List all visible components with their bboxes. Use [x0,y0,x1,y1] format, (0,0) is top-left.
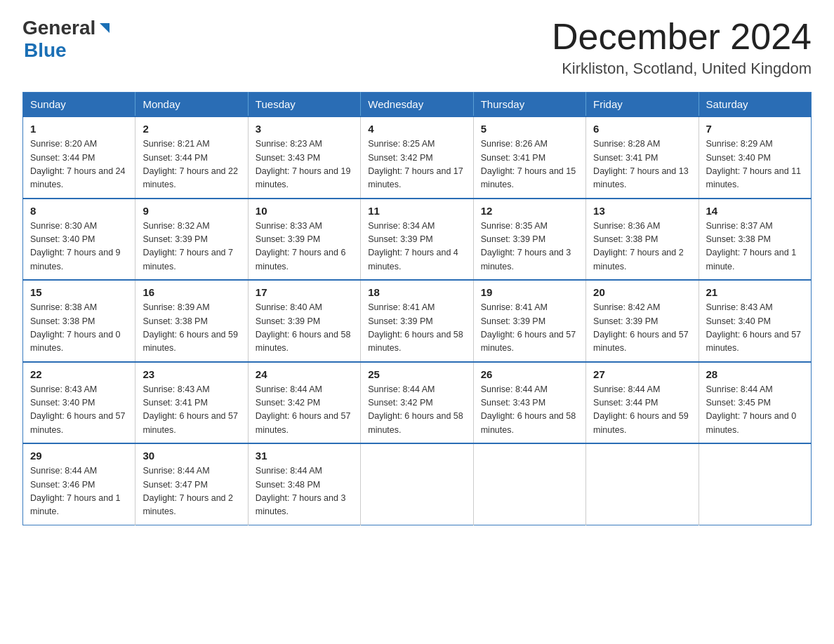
day-number: 22 [30,368,128,380]
day-info: Sunrise: 8:32 AMSunset: 3:39 PMDaylight:… [143,220,240,274]
day-number: 18 [368,286,465,298]
month-title: December 2024 [552,17,812,57]
day-number: 7 [706,123,804,135]
day-info: Sunrise: 8:40 AMSunset: 3:39 PMDaylight:… [256,301,353,356]
day-number: 3 [256,123,353,135]
table-row: 9Sunrise: 8:32 AMSunset: 3:39 PMDaylight… [135,199,248,281]
day-number: 10 [256,205,353,217]
day-info: Sunrise: 8:37 AMSunset: 3:38 PMDaylight:… [706,220,804,274]
day-info: Sunrise: 8:43 AMSunset: 3:41 PMDaylight:… [143,383,240,438]
day-info: Sunrise: 8:43 AMSunset: 3:40 PMDaylight:… [30,383,128,438]
table-row: 27Sunrise: 8:44 AMSunset: 3:44 PMDayligh… [586,362,699,444]
day-info: Sunrise: 8:42 AMSunset: 3:39 PMDaylight:… [593,301,691,356]
day-info: Sunrise: 8:44 AMSunset: 3:46 PMDaylight:… [30,464,128,519]
table-row: 18Sunrise: 8:41 AMSunset: 3:39 PMDayligh… [361,280,473,362]
logo-general-text: General [22,17,95,39]
calendar-row: 22Sunrise: 8:43 AMSunset: 3:40 PMDayligh… [23,362,812,444]
day-number: 31 [256,450,353,462]
table-row: 13Sunrise: 8:36 AMSunset: 3:38 PMDayligh… [586,199,699,281]
table-row: 29Sunrise: 8:44 AMSunset: 3:46 PMDayligh… [23,443,135,525]
calendar-table: Sunday Monday Tuesday Wednesday Thursday… [22,92,812,525]
day-info: Sunrise: 8:36 AMSunset: 3:38 PMDaylight:… [593,220,691,274]
table-row: 31Sunrise: 8:44 AMSunset: 3:48 PMDayligh… [248,443,360,525]
table-row: 23Sunrise: 8:43 AMSunset: 3:41 PMDayligh… [135,362,248,444]
logo: General Blue [22,17,112,62]
day-number: 29 [30,450,128,462]
table-row: 30Sunrise: 8:44 AMSunset: 3:47 PMDayligh… [135,443,248,525]
table-row: 2Sunrise: 8:21 AMSunset: 3:44 PMDaylight… [135,116,248,199]
calendar-row: 15Sunrise: 8:38 AMSunset: 3:38 PMDayligh… [23,280,812,362]
day-number: 23 [143,368,240,380]
day-number: 6 [593,123,691,135]
table-row: 1Sunrise: 8:20 AMSunset: 3:44 PMDaylight… [23,116,135,199]
day-info: Sunrise: 8:43 AMSunset: 3:40 PMDaylight:… [706,301,804,356]
day-info: Sunrise: 8:26 AMSunset: 3:41 PMDaylight:… [481,137,578,192]
day-info: Sunrise: 8:44 AMSunset: 3:47 PMDaylight:… [143,464,240,519]
day-info: Sunrise: 8:23 AMSunset: 3:43 PMDaylight:… [256,137,353,192]
location-text: Kirkliston, Scotland, United Kingdom [552,60,812,78]
day-number: 25 [368,368,465,380]
day-info: Sunrise: 8:25 AMSunset: 3:42 PMDaylight:… [368,137,465,192]
table-row: 21Sunrise: 8:43 AMSunset: 3:40 PMDayligh… [699,280,811,362]
day-info: Sunrise: 8:41 AMSunset: 3:39 PMDaylight:… [368,301,465,356]
calendar-row: 1Sunrise: 8:20 AMSunset: 3:44 PMDaylight… [23,116,812,199]
day-number: 2 [143,123,240,135]
day-number: 19 [481,286,578,298]
table-row: 4Sunrise: 8:25 AMSunset: 3:42 PMDaylight… [361,116,473,199]
day-info: Sunrise: 8:41 AMSunset: 3:39 PMDaylight:… [481,301,578,356]
table-row: 3Sunrise: 8:23 AMSunset: 3:43 PMDaylight… [248,116,360,199]
day-number: 20 [593,286,691,298]
title-block: December 2024 Kirkliston, Scotland, Unit… [552,17,812,78]
day-info: Sunrise: 8:39 AMSunset: 3:38 PMDaylight:… [143,301,240,356]
day-info: Sunrise: 8:44 AMSunset: 3:42 PMDaylight:… [256,383,353,438]
table-row: 14Sunrise: 8:37 AMSunset: 3:38 PMDayligh… [699,199,811,281]
table-row: 11Sunrise: 8:34 AMSunset: 3:39 PMDayligh… [361,199,473,281]
table-row: 8Sunrise: 8:30 AMSunset: 3:40 PMDaylight… [23,199,135,281]
day-number: 12 [481,205,578,217]
day-info: Sunrise: 8:38 AMSunset: 3:38 PMDaylight:… [30,301,128,356]
table-row [473,443,585,525]
table-row: 16Sunrise: 8:39 AMSunset: 3:38 PMDayligh… [135,280,248,362]
col-wednesday: Wednesday [361,93,473,117]
col-tuesday: Tuesday [248,93,360,117]
day-number: 24 [256,368,353,380]
day-number: 17 [256,286,353,298]
calendar-header-row: Sunday Monday Tuesday Wednesday Thursday… [23,93,812,117]
table-row [361,443,473,525]
day-number: 28 [706,368,804,380]
day-number: 11 [368,205,465,217]
day-number: 8 [30,205,128,217]
day-number: 16 [143,286,240,298]
calendar-row: 8Sunrise: 8:30 AMSunset: 3:40 PMDaylight… [23,199,812,281]
table-row: 25Sunrise: 8:44 AMSunset: 3:42 PMDayligh… [361,362,473,444]
logo-triangle-icon [97,20,112,36]
table-row: 26Sunrise: 8:44 AMSunset: 3:43 PMDayligh… [473,362,585,444]
col-saturday: Saturday [699,93,811,117]
calendar-row: 29Sunrise: 8:44 AMSunset: 3:46 PMDayligh… [23,443,812,525]
day-info: Sunrise: 8:44 AMSunset: 3:42 PMDaylight:… [368,383,465,438]
table-row: 24Sunrise: 8:44 AMSunset: 3:42 PMDayligh… [248,362,360,444]
table-row [699,443,811,525]
day-number: 26 [481,368,578,380]
col-thursday: Thursday [473,93,585,117]
day-number: 9 [143,205,240,217]
page-header: General Blue December 2024 Kirkliston, S… [22,17,812,78]
svg-marker-0 [100,23,110,33]
day-info: Sunrise: 8:44 AMSunset: 3:48 PMDaylight:… [256,464,353,519]
day-info: Sunrise: 8:30 AMSunset: 3:40 PMDaylight:… [30,220,128,274]
day-info: Sunrise: 8:34 AMSunset: 3:39 PMDaylight:… [368,220,465,274]
day-info: Sunrise: 8:33 AMSunset: 3:39 PMDaylight:… [256,220,353,274]
table-row: 6Sunrise: 8:28 AMSunset: 3:41 PMDaylight… [586,116,699,199]
table-row: 5Sunrise: 8:26 AMSunset: 3:41 PMDaylight… [473,116,585,199]
day-info: Sunrise: 8:20 AMSunset: 3:44 PMDaylight:… [30,137,128,192]
day-number: 13 [593,205,691,217]
day-number: 5 [481,123,578,135]
day-info: Sunrise: 8:29 AMSunset: 3:40 PMDaylight:… [706,137,804,192]
table-row [586,443,699,525]
table-row: 22Sunrise: 8:43 AMSunset: 3:40 PMDayligh… [23,362,135,444]
day-number: 30 [143,450,240,462]
day-number: 21 [706,286,804,298]
day-number: 4 [368,123,465,135]
day-number: 27 [593,368,691,380]
col-friday: Friday [586,93,699,117]
